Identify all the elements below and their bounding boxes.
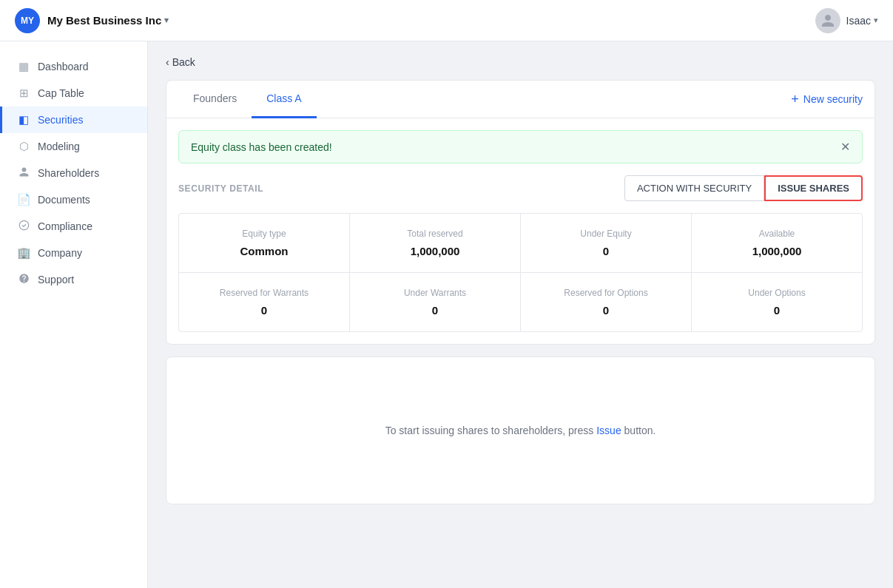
user-menu-button[interactable]: Isaac ▾ <box>815 8 878 33</box>
tabs-header: Founders Class A + New security <box>166 81 875 118</box>
main-content: ‹ Back Founders Class A + New security E… <box>148 41 893 588</box>
sidebar-item-documents[interactable]: 📄 Documents <box>0 186 147 213</box>
user-avatar <box>815 8 840 33</box>
back-label: Back <box>172 56 195 68</box>
stat-under-warrants-label: Under Warrants <box>362 288 508 298</box>
stat-reserved-warrants-value: 0 <box>191 304 337 317</box>
sidebar-item-support[interactable]: Support <box>0 266 147 293</box>
sidebar-item-compliance[interactable]: Compliance <box>0 213 147 240</box>
sidebar-label-documents: Documents <box>38 194 90 206</box>
stat-under-equity-label: Under Equity <box>533 229 679 239</box>
stat-under-warrants: Under Warrants 0 <box>350 273 521 331</box>
stat-reserved-options: Reserved for Options 0 <box>521 273 692 331</box>
shareholders-icon <box>17 166 30 180</box>
action-with-security-button[interactable]: ACTION WITH SECURITY <box>624 175 764 201</box>
stat-equity-type: Equity type Common <box>179 214 350 272</box>
stat-reserved-options-value: 0 <box>533 304 679 317</box>
sidebar: ▦ Dashboard ⊞ Cap Table ◧ Securities ⬡ M… <box>0 41 148 588</box>
back-button[interactable]: ‹ Back <box>166 56 875 68</box>
header-left: MY My Best Business Inc ▾ <box>15 8 169 33</box>
sidebar-label-shareholders: Shareholders <box>38 167 99 179</box>
back-chevron-icon: ‹ <box>166 56 169 68</box>
stats-row-2: Reserved for Warrants 0 Under Warrants 0… <box>179 273 862 331</box>
new-security-label: New security <box>803 93 863 105</box>
company-avatar: MY <box>15 8 40 33</box>
sidebar-item-company[interactable]: 🏢 Company <box>0 240 147 266</box>
sidebar-item-shareholders[interactable]: Shareholders <box>0 160 147 186</box>
support-icon <box>17 273 30 286</box>
stat-total-reserved: Total reserved 1,000,000 <box>350 214 521 272</box>
stat-under-options-label: Under Options <box>704 288 850 298</box>
stat-equity-type-label: Equity type <box>191 229 337 239</box>
stat-available-value: 1,000,000 <box>704 245 850 257</box>
stat-available: Available 1,000,000 <box>692 214 862 272</box>
issue-link[interactable]: Issue <box>596 425 621 436</box>
header: MY My Best Business Inc ▾ Isaac ▾ <box>0 0 893 41</box>
security-detail-header: SECURITY DETAIL ACTION WITH SECURITY ISS… <box>178 175 863 201</box>
issue-prompt-before: To start issuing shares to shareholders,… <box>385 425 597 436</box>
stat-reserved-options-label: Reserved for Options <box>533 288 679 298</box>
compliance-icon <box>17 220 30 233</box>
tab-founders[interactable]: Founders <box>178 81 252 118</box>
modeling-icon: ⬡ <box>17 140 30 153</box>
issue-prompt-after: button. <box>621 425 656 436</box>
sidebar-item-securities[interactable]: ◧ Securities <box>0 107 147 133</box>
user-chevron-icon: ▾ <box>874 16 878 25</box>
dashboard-icon: ▦ <box>17 60 30 73</box>
stat-under-equity: Under Equity 0 <box>521 214 692 272</box>
security-detail-section: SECURITY DETAIL ACTION WITH SECURITY ISS… <box>166 163 875 344</box>
user-name-label: Isaac ▾ <box>846 15 878 27</box>
documents-icon: 📄 <box>17 193 30 206</box>
stat-total-reserved-value: 1,000,000 <box>362 245 508 257</box>
tabs-card: Founders Class A + New security Equity c… <box>166 80 875 345</box>
plus-icon: + <box>791 92 799 106</box>
stat-under-options: Under Options 0 <box>692 273 862 331</box>
stat-under-options-value: 0 <box>704 304 850 317</box>
stat-reserved-warrants: Reserved for Warrants 0 <box>179 273 350 331</box>
security-detail-title: SECURITY DETAIL <box>178 183 263 194</box>
sidebar-label-company: Company <box>38 247 82 259</box>
stat-equity-type-value: Common <box>191 245 337 257</box>
sidebar-label-cap-table: Cap Table <box>38 87 84 99</box>
securities-icon: ◧ <box>17 113 30 126</box>
stats-grid: Equity type Common Total reserved 1,000,… <box>178 213 863 332</box>
svg-point-0 <box>19 220 29 230</box>
close-banner-button[interactable]: ✕ <box>840 140 850 154</box>
company-name-button[interactable]: My Best Business Inc ▾ <box>47 14 169 27</box>
issue-prompt-text: To start issuing shares to shareholders,… <box>385 425 656 436</box>
sidebar-label-dashboard: Dashboard <box>38 61 89 72</box>
tab-class-a[interactable]: Class A <box>252 81 316 118</box>
sidebar-label-support: Support <box>38 274 74 285</box>
issue-prompt-card: To start issuing shares to shareholders,… <box>166 356 875 504</box>
company-chevron-icon: ▾ <box>164 16 169 25</box>
sidebar-item-cap-table[interactable]: ⊞ Cap Table <box>0 80 147 107</box>
action-buttons-group: ACTION WITH SECURITY ISSUE SHARES <box>624 175 863 201</box>
stat-total-reserved-label: Total reserved <box>362 229 508 239</box>
stats-row-1: Equity type Common Total reserved 1,000,… <box>179 214 862 273</box>
cap-table-icon: ⊞ <box>17 87 30 100</box>
sidebar-label-compliance: Compliance <box>38 220 92 232</box>
stat-reserved-warrants-label: Reserved for Warrants <box>191 288 337 298</box>
sidebar-label-securities: Securities <box>38 114 83 126</box>
stat-available-label: Available <box>704 229 850 239</box>
sidebar-item-modeling[interactable]: ⬡ Modeling <box>0 133 147 160</box>
new-security-button[interactable]: + New security <box>791 87 863 112</box>
sidebar-item-dashboard[interactable]: ▦ Dashboard <box>0 53 147 80</box>
stat-under-equity-value: 0 <box>533 245 679 257</box>
layout: ▦ Dashboard ⊞ Cap Table ◧ Securities ⬡ M… <box>0 41 893 588</box>
sidebar-label-modeling: Modeling <box>38 141 80 152</box>
stat-under-warrants-value: 0 <box>362 304 508 317</box>
success-message: Equity class has been created! <box>191 141 332 153</box>
company-icon: 🏢 <box>17 246 30 260</box>
success-banner: Equity class has been created! ✕ <box>178 130 863 163</box>
issue-shares-button[interactable]: ISSUE SHARES <box>764 175 863 201</box>
